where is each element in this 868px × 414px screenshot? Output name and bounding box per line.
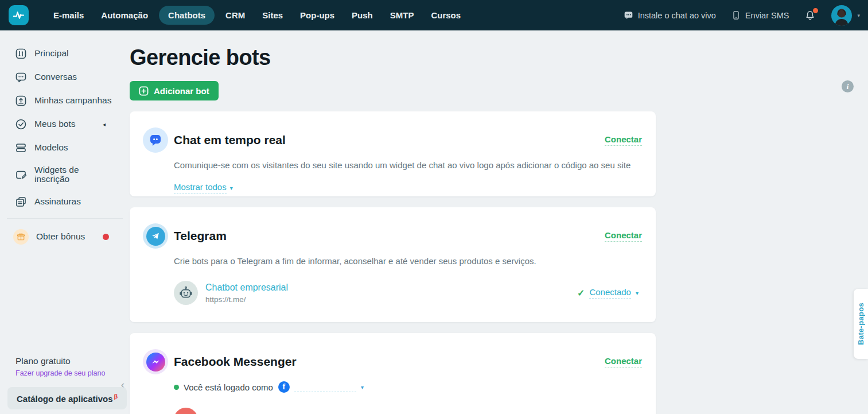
install-live-chat-link[interactable]: Instale o chat ao vivo	[624, 10, 716, 20]
sidebar-item-principal[interactable]: Principal	[0, 42, 130, 65]
plan-info: Plano gratuito Fazer upgrade de seu plan…	[15, 356, 105, 377]
card-facebook-messenger: Facebook Messenger Conectar Você está lo…	[130, 333, 656, 414]
notification-dot	[813, 8, 818, 13]
connect-link[interactable]: Conectar	[605, 356, 642, 367]
templates-icon	[15, 142, 27, 154]
info-icon[interactable]: i	[842, 80, 854, 92]
sidebar-item-assinaturas[interactable]: Assinaturas	[0, 190, 130, 214]
plus-square-icon	[139, 86, 149, 96]
sidebar-label: Principal	[34, 49, 68, 58]
nav-item-smtp[interactable]: SMTP	[384, 6, 421, 25]
sidebar-item-meus-bots[interactable]: Meus bots ◂	[0, 113, 130, 136]
sidebar-item-minhas-campanhas[interactable]: Minhas campanhas	[0, 89, 130, 113]
sidebar-label: Meus bots	[34, 119, 76, 129]
facebook-account-link[interactable]	[294, 382, 356, 392]
sidebar-label: Minhas campanhas	[34, 96, 111, 105]
bot-info: Chatbot empresarial https://t.me/	[205, 283, 288, 304]
bots-icon	[15, 118, 27, 130]
nav-item-sites[interactable]: Sites	[256, 6, 289, 25]
add-bot-label: Adicionar bot	[154, 86, 209, 96]
page-avatar: F	[174, 408, 198, 414]
facebook-login-row: Você está logado como f ▾	[174, 381, 642, 393]
sidebar: Principal Conversas Minhas campanhas	[0, 30, 130, 414]
bot-row: Chatbot empresarial https://t.me/ ✓ Cone…	[174, 281, 642, 305]
show-all-label: Mostrar todos	[174, 182, 227, 194]
caret-down-icon[interactable]: ▾	[636, 290, 639, 296]
account-menu-caret-icon[interactable]: ▾	[857, 13, 860, 18]
channel-description: Comunique-se com os visitantes do seu si…	[174, 160, 642, 170]
send-sms-label: Enviar SMS	[745, 11, 789, 20]
dashboard-icon	[15, 48, 27, 60]
show-all-link[interactable]: Mostrar todos ▾	[174, 182, 233, 194]
sidebar-label: Widgets de inscrição	[34, 165, 92, 184]
check-icon: ✓	[577, 288, 585, 299]
live-chat-icon	[143, 127, 168, 153]
card-header: Telegram Conectar	[143, 223, 642, 249]
main-content: Gerencie bots i Adicionar bot Chat em te…	[130, 30, 656, 414]
smartphone-icon	[731, 10, 741, 20]
page-title: Gerencie bots	[130, 45, 656, 70]
notifications-button[interactable]	[804, 10, 816, 21]
sendpulse-logo[interactable]	[9, 5, 29, 25]
top-navigation: E-mails Automação Chatbots CRM Sites Pop…	[0, 0, 868, 30]
channel-description: Crie bots para o Telegram a fim de infor…	[174, 256, 642, 266]
topnav-right: Instale o chat ao vivo Enviar SMS	[624, 5, 860, 26]
user-avatar[interactable]	[831, 5, 852, 26]
sidebar-item-conversas[interactable]: Conversas	[0, 65, 130, 89]
messenger-icon	[143, 349, 168, 374]
online-dot	[174, 385, 179, 390]
facebook-icon: f	[278, 381, 290, 393]
sidebar-divider	[7, 218, 123, 219]
status-dropdown[interactable]: Conectado	[589, 287, 631, 299]
card-telegram: Telegram Conectar Crie bots para o Teleg…	[130, 207, 656, 322]
widgets-icon	[15, 169, 27, 181]
nav-item-automacao[interactable]: Automação	[95, 6, 154, 25]
pulse-icon	[12, 9, 25, 22]
bot-name-link[interactable]: Chatbot empresarial	[205, 283, 288, 293]
connect-link[interactable]: Conectar	[605, 230, 642, 242]
bot-row: F Fotos ✓ Conectado ▾	[174, 408, 642, 414]
sidebar-item-widgets-inscricao[interactable]: Widgets de inscrição	[0, 160, 130, 190]
nav-item-cursos[interactable]: Cursos	[425, 6, 467, 25]
connect-link[interactable]: Conectar	[605, 134, 642, 146]
telegram-icon	[143, 223, 168, 249]
sidebar-item-modelos[interactable]: Modelos	[0, 136, 130, 160]
app-catalog-button[interactable]: Catálogo de aplicativosβ	[7, 387, 127, 409]
sidebar-label: Conversas	[34, 72, 77, 82]
robot-avatar-icon	[174, 281, 198, 305]
upgrade-plan-link[interactable]: Fazer upgrade de seu plano	[15, 369, 105, 377]
conversations-icon	[15, 71, 27, 83]
bonus-alert-dot	[103, 234, 109, 240]
login-text: Você está logado como	[184, 382, 273, 392]
bot-url: https://t.me/	[205, 295, 288, 304]
chats-side-tab[interactable]: Bate-papos	[854, 289, 868, 359]
connection-status: ✓ Conectado ▾	[577, 287, 639, 299]
gift-icon	[13, 229, 29, 245]
channel-title: Chat em tempo real	[174, 133, 286, 147]
channel-title: Facebook Messenger	[174, 355, 297, 369]
caret-down-icon: ▾	[230, 185, 233, 191]
sidebar-label: Modelos	[34, 143, 68, 152]
submenu-caret-icon: ◂	[103, 121, 106, 127]
install-live-chat-label: Instale o chat ao vivo	[638, 11, 716, 20]
channel-title: Telegram	[174, 229, 227, 243]
chats-side-tab-label: Bate-papos	[857, 303, 865, 345]
add-bot-button[interactable]: Adicionar bot	[130, 81, 219, 100]
sidebar-label: Assinaturas	[34, 197, 81, 206]
beta-badge: β	[114, 393, 118, 400]
nav-item-chatbots[interactable]: Chatbots	[159, 6, 215, 25]
avatar-person	[831, 6, 852, 26]
card-header: Facebook Messenger Conectar	[143, 349, 642, 374]
plan-name: Plano gratuito	[15, 356, 105, 366]
nav-item-popups[interactable]: Pop-ups	[294, 6, 341, 25]
nav-item-push[interactable]: Push	[345, 6, 379, 25]
sidebar-item-obter-bonus[interactable]: Obter bônus	[0, 223, 130, 250]
bonus-label: Obter bônus	[36, 232, 85, 241]
send-sms-link[interactable]: Enviar SMS	[731, 10, 789, 20]
card-live-chat: Chat em tempo real Conectar Comunique-se…	[130, 111, 656, 196]
nav-item-crm[interactable]: CRM	[219, 6, 251, 25]
campaigns-icon	[15, 95, 27, 107]
chat-bubble-icon	[624, 10, 633, 20]
nav-item-emails[interactable]: E-mails	[47, 6, 90, 25]
caret-down-icon[interactable]: ▾	[361, 384, 364, 390]
